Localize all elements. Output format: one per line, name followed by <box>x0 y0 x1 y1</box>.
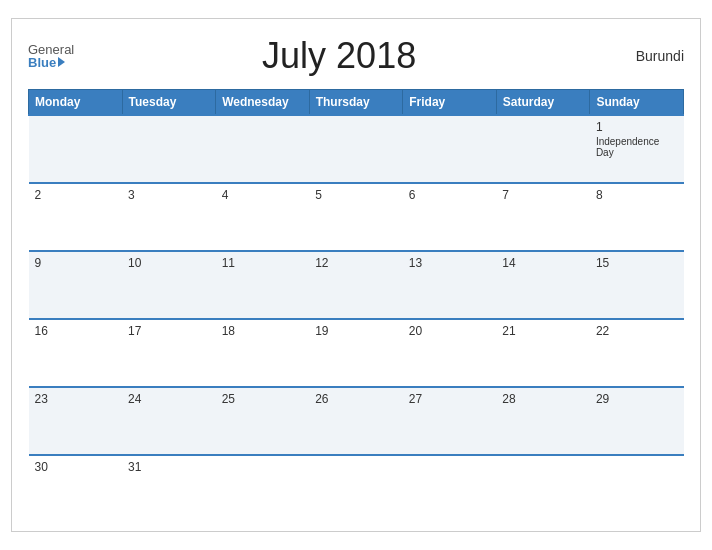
day-number: 6 <box>409 188 491 202</box>
day-number: 8 <box>596 188 678 202</box>
calendar-cell: 31 <box>122 455 216 523</box>
calendar-title: July 2018 <box>74 35 604 77</box>
calendar-cell <box>216 115 310 183</box>
day-number: 9 <box>35 256 117 270</box>
calendar-cell <box>309 455 403 523</box>
calendar-cell: 16 <box>29 319 123 387</box>
calendar-cell <box>403 455 497 523</box>
calendar-cell: 8 <box>590 183 684 251</box>
calendar-cell: 1Independence Day <box>590 115 684 183</box>
calendar-cell <box>122 115 216 183</box>
calendar-cell: 24 <box>122 387 216 455</box>
day-number: 25 <box>222 392 304 406</box>
day-number: 16 <box>35 324 117 338</box>
weekday-header-sunday: Sunday <box>590 90 684 116</box>
calendar-week-row: 1Independence Day <box>29 115 684 183</box>
calendar-cell: 29 <box>590 387 684 455</box>
calendar-cell <box>496 115 590 183</box>
calendar-header: General Blue July 2018 Burundi <box>28 35 684 77</box>
calendar-cell: 13 <box>403 251 497 319</box>
weekday-header-monday: Monday <box>29 90 123 116</box>
day-number: 10 <box>128 256 210 270</box>
calendar-cell: 7 <box>496 183 590 251</box>
day-number: 17 <box>128 324 210 338</box>
calendar-cell: 19 <box>309 319 403 387</box>
day-number: 7 <box>502 188 584 202</box>
weekday-header-saturday: Saturday <box>496 90 590 116</box>
calendar-cell: 11 <box>216 251 310 319</box>
day-number: 11 <box>222 256 304 270</box>
day-number: 18 <box>222 324 304 338</box>
day-number: 24 <box>128 392 210 406</box>
calendar-cell: 20 <box>403 319 497 387</box>
weekday-header-row: MondayTuesdayWednesdayThursdayFridaySatu… <box>29 90 684 116</box>
calendar-cell: 26 <box>309 387 403 455</box>
day-number: 12 <box>315 256 397 270</box>
calendar-cell <box>403 115 497 183</box>
calendar-cell: 30 <box>29 455 123 523</box>
day-number: 5 <box>315 188 397 202</box>
logo: General Blue <box>28 43 74 69</box>
calendar-cell: 4 <box>216 183 310 251</box>
calendar-cell <box>216 455 310 523</box>
calendar-cell <box>590 455 684 523</box>
day-number: 21 <box>502 324 584 338</box>
day-number: 3 <box>128 188 210 202</box>
day-number: 2 <box>35 188 117 202</box>
calendar-week-row: 2345678 <box>29 183 684 251</box>
calendar-cell: 23 <box>29 387 123 455</box>
calendar-cell: 2 <box>29 183 123 251</box>
calendar-cell: 27 <box>403 387 497 455</box>
day-number: 19 <box>315 324 397 338</box>
calendar-cell: 18 <box>216 319 310 387</box>
day-number: 31 <box>128 460 210 474</box>
calendar-cell: 28 <box>496 387 590 455</box>
calendar-cell: 17 <box>122 319 216 387</box>
calendar-week-row: 16171819202122 <box>29 319 684 387</box>
calendar-cell: 15 <box>590 251 684 319</box>
calendar-week-row: 23242526272829 <box>29 387 684 455</box>
calendar-cell: 22 <box>590 319 684 387</box>
weekday-header-friday: Friday <box>403 90 497 116</box>
event-text: Independence Day <box>596 136 678 158</box>
day-number: 27 <box>409 392 491 406</box>
day-number: 1 <box>596 120 678 134</box>
day-number: 22 <box>596 324 678 338</box>
logo-triangle-icon <box>58 57 65 67</box>
calendar-cell: 10 <box>122 251 216 319</box>
calendar-cell: 25 <box>216 387 310 455</box>
calendar-cell <box>309 115 403 183</box>
calendar-week-row: 9101112131415 <box>29 251 684 319</box>
day-number: 23 <box>35 392 117 406</box>
calendar-cell: 5 <box>309 183 403 251</box>
day-number: 26 <box>315 392 397 406</box>
logo-blue-text: Blue <box>28 56 65 69</box>
calendar-week-row: 3031 <box>29 455 684 523</box>
calendar-cell: 9 <box>29 251 123 319</box>
weekday-header-thursday: Thursday <box>309 90 403 116</box>
weekday-header-tuesday: Tuesday <box>122 90 216 116</box>
day-number: 4 <box>222 188 304 202</box>
calendar-container: General Blue July 2018 Burundi MondayTue… <box>11 18 701 532</box>
day-number: 20 <box>409 324 491 338</box>
weekday-header-wednesday: Wednesday <box>216 90 310 116</box>
calendar-cell: 12 <box>309 251 403 319</box>
day-number: 14 <box>502 256 584 270</box>
calendar-grid: MondayTuesdayWednesdayThursdayFridaySatu… <box>28 89 684 523</box>
calendar-cell: 14 <box>496 251 590 319</box>
day-number: 13 <box>409 256 491 270</box>
calendar-cell <box>29 115 123 183</box>
calendar-cell: 21 <box>496 319 590 387</box>
day-number: 29 <box>596 392 678 406</box>
day-number: 15 <box>596 256 678 270</box>
day-number: 28 <box>502 392 584 406</box>
calendar-cell: 3 <box>122 183 216 251</box>
calendar-cell <box>496 455 590 523</box>
calendar-country: Burundi <box>604 48 684 64</box>
calendar-cell: 6 <box>403 183 497 251</box>
day-number: 30 <box>35 460 117 474</box>
